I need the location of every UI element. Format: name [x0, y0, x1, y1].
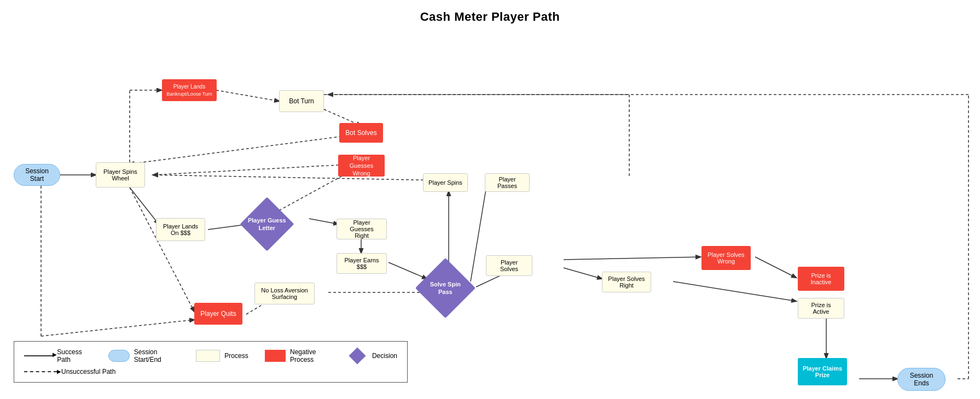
bot-solves-label: Bot Solves: [345, 129, 376, 137]
player-earns-sss-label: Player Earns $$$: [345, 257, 379, 270]
prize-inactive-label: Prize is Inactive: [811, 272, 832, 285]
bot-turn-label: Bot Turn: [289, 97, 314, 105]
node-player-solves-wrong: Player Solves Wrong: [701, 246, 751, 270]
player-solves-right-label: Player Solves Right: [608, 275, 645, 289]
legend-negative-label: Negative Process: [290, 348, 335, 363]
player-lands-sss-label: Player Lands On $$$: [163, 223, 198, 236]
svg-line-23: [673, 281, 796, 301]
player-quits-label: Player Quits: [200, 310, 236, 318]
node-solve-spin-pass: Solve Spin Pass: [415, 258, 475, 318]
legend-decision-label: Decision: [372, 352, 397, 360]
node-player-lands-bankrupt: Player LandsBankrupt/Loose Turn: [162, 79, 217, 101]
legend-dashed-line: [24, 371, 57, 372]
legend-process-label: Process: [224, 352, 248, 360]
player-guess-letter-label: Player Guess Letter: [248, 216, 286, 232]
legend-success-line: [24, 355, 53, 356]
svg-line-16: [153, 175, 443, 180]
svg-line-14: [388, 262, 427, 279]
legend-unsuccessful-label: Unsuccessful Path: [61, 368, 115, 375]
session-ends-label: Session Ends: [910, 372, 933, 387]
legend-unsuccessful-path: Unsuccessful Path: [24, 368, 115, 375]
svg-line-10: [130, 187, 159, 224]
node-bot-solves: Bot Solves: [339, 123, 383, 143]
legend: Success Path Session Start/End Process N…: [14, 341, 408, 383]
node-player-guesses-right: Player Guesses Right: [337, 219, 387, 239]
node-player-guess-letter: Player Guess Letter: [240, 197, 294, 251]
node-player-solves: Player Solves: [486, 255, 532, 276]
legend-row-2: Unsuccessful Path: [24, 368, 397, 375]
node-player-passes: Player Passes: [485, 173, 530, 192]
legend-success-label: Success Path: [57, 348, 92, 363]
legend-session-label: Session Start/End: [134, 348, 180, 363]
player-solves-wrong-label: Player Solves Wrong: [708, 251, 744, 265]
player-lands-bankrupt-label: Player LandsBankrupt/Loose Turn: [166, 83, 212, 98]
page-title: Cash Meter Player Path: [0, 0, 980, 24]
player-guesses-wrong-label: Player Guesses Wrong: [343, 154, 380, 178]
legend-decision-box: [349, 347, 366, 364]
node-prize-active: Prize is Active: [798, 298, 844, 319]
svg-line-20: [564, 257, 700, 260]
diagram-area: Session Start Player Spins Wheel Player …: [0, 30, 980, 399]
node-no-loss-aversion: No Loss Aversion Surfacing: [254, 283, 315, 304]
legend-row-1: Success Path Session Start/End Process N…: [24, 348, 397, 363]
node-player-spins: Player Spins: [423, 173, 468, 192]
legend-session-box: [108, 350, 130, 362]
svg-line-30: [130, 187, 194, 312]
node-session-start: Session Start: [14, 164, 60, 186]
legend-negative-box: [265, 350, 286, 362]
player-guesses-right-label: Player Guesses Right: [341, 219, 382, 239]
legend-session-start-end: Session Start/End: [108, 348, 179, 363]
svg-line-3: [216, 90, 279, 101]
legend-process-box: [196, 350, 220, 362]
node-player-claims-prize: Player Claims Prize: [798, 358, 847, 385]
player-spins-wheel-label: Player Spins Wheel: [103, 168, 137, 181]
session-start-label: Session Start: [25, 167, 49, 183]
svg-line-33: [41, 320, 194, 336]
node-player-solves-right: Player Solves Right: [602, 272, 651, 292]
node-bot-turn: Bot Turn: [279, 90, 324, 112]
node-player-quits: Player Quits: [194, 303, 242, 325]
player-solves-label: Player Solves: [491, 259, 527, 272]
legend-success-path: Success Path: [24, 348, 92, 363]
legend-negative-process: Negative Process: [265, 348, 335, 363]
svg-line-7: [130, 134, 361, 164]
player-claims-prize-label: Player Claims Prize: [803, 365, 842, 378]
svg-line-17: [471, 183, 487, 281]
svg-line-12: [309, 219, 338, 224]
svg-line-22: [755, 257, 796, 278]
svg-line-21: [564, 268, 602, 279]
node-player-spins-wheel: Player Spins Wheel: [96, 162, 145, 187]
legend-process: Process: [196, 350, 248, 362]
player-spins-label: Player Spins: [428, 179, 462, 186]
node-session-ends: Session Ends: [897, 368, 946, 391]
legend-decision: Decision: [351, 350, 397, 362]
node-player-lands-sss: Player Lands On $$$: [156, 218, 205, 241]
prize-active-label: Prize is Active: [811, 302, 831, 315]
no-loss-aversion-label: No Loss Aversion Surfacing: [261, 287, 308, 300]
solve-spin-pass-label: Solve Spin Pass: [424, 280, 467, 296]
player-passes-label: Player Passes: [490, 176, 525, 189]
node-player-earns-sss: Player Earns $$$: [337, 253, 387, 274]
node-player-guesses-wrong: Player Guesses Wrong: [338, 155, 385, 177]
svg-line-9: [153, 164, 358, 175]
node-prize-inactive: Prize is Inactive: [798, 267, 844, 291]
